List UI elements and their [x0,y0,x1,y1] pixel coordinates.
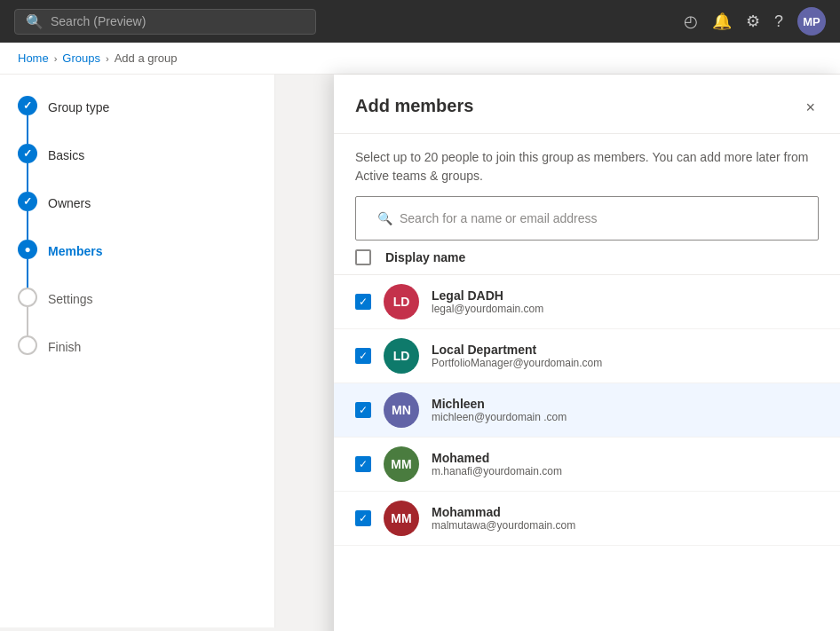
table-row[interactable]: ✓MMMohamedm.hanafi@yourdomain.com [334,438,840,492]
member-email: m.hanafi@yourdomain.com [432,465,562,477]
member-email: legal@yourdomain.com [432,303,543,315]
help-icon[interactable]: ? [774,12,783,31]
member-checkbox[interactable]: ✓ [355,402,371,418]
breadcrumb-sep-1: › [54,53,58,64]
step-circle-0: ✓ [18,96,37,115]
member-email: PortfolioManager@yourdomain.com [432,357,602,369]
panel-search-input[interactable] [400,211,796,225]
step-item-finish: Finish [18,335,257,357]
member-checkbox[interactable]: ✓ [355,294,371,310]
step-circle-4 [18,288,37,307]
main-layout: ✓Group type✓Basics✓Owners●MembersSetting… [0,75,840,627]
member-name: Mohammad [432,505,575,519]
member-name: Mohamed [432,451,562,465]
step-item-members[interactable]: ●Members [18,240,257,288]
breadcrumb-current: Add a group [115,51,178,65]
step-circle-2: ✓ [18,192,37,211]
step-line-3 [27,259,28,288]
topbar-search-input[interactable] [51,14,305,28]
step-item-settings: Settings [18,288,257,335]
settings-icon[interactable]: ⚙ [746,12,760,31]
step-line-1 [27,163,28,192]
step-item-owners[interactable]: ✓Owners [18,192,257,240]
step-label-1: Basics [48,144,84,165]
breadcrumb-home[interactable]: Home [18,51,49,65]
step-line-0 [27,115,28,144]
member-checkbox[interactable]: ✓ [355,510,371,526]
table-row[interactable]: ✓LDLegal DADHlegal@yourdomain.com [334,275,840,329]
message-icon[interactable]: ◴ [684,12,698,31]
panel-search-icon: 🔍 [377,211,392,225]
breadcrumb: Home › Groups › Add a group [0,43,840,75]
member-list: ✓LDLegal DADHlegal@yourdomain.com✓LDLoca… [334,275,840,631]
step-circle-5 [18,335,37,355]
table-row[interactable]: ✓LDLocal DepartmentPortfolioManager@your… [334,329,840,383]
breadcrumb-sep-2: › [106,53,109,64]
user-avatar[interactable]: MP [797,7,826,35]
topbar: 🔍 ◴ 🔔 ⚙ ? MP [0,0,840,43]
topbar-icons: ◴ 🔔 ⚙ ? MP [684,7,826,35]
member-info: Mohamedm.hanafi@yourdomain.com [432,451,562,477]
member-info: Michleenmichleen@yourdomain .com [432,397,567,423]
panel-description: Select up to 20 people to join this grou… [334,134,840,185]
panel-title: Add members [355,96,473,116]
avatar: LD [384,284,419,319]
step-label-2: Owners [48,192,91,213]
step-list: ✓Group type✓Basics✓Owners●MembersSetting… [18,96,257,357]
panel-header: Add members × [334,75,840,134]
breadcrumb-groups[interactable]: Groups [62,51,100,65]
step-circle-1: ✓ [18,144,37,163]
member-list-header: Display name [334,241,840,275]
step-label-0: Group type [48,96,109,117]
step-line-4 [27,307,28,335]
close-button[interactable]: × [802,96,819,119]
avatar: MM [384,446,419,482]
avatar: MM [384,501,419,536]
sidebar: ✓Group type✓Basics✓Owners●MembersSetting… [0,75,275,627]
member-email: michleen@yourdomain .com [432,411,567,423]
member-info: Legal DADHlegal@yourdomain.com [432,288,543,315]
step-line-2 [27,211,28,240]
table-row[interactable]: ✓MNMichleenmichleen@yourdomain .com [334,383,840,438]
avatar: MN [384,392,419,428]
display-name-header: Display name [385,250,465,264]
member-name: Michleen [432,397,567,411]
add-members-panel: Add members × Select up to 20 people to … [334,75,840,631]
topbar-search-box[interactable]: 🔍 [14,9,316,35]
member-checkbox[interactable]: ✓ [355,348,371,364]
step-label-4: Settings [48,288,93,309]
step-label-5: Finish [48,335,81,357]
step-label-3: Members [48,240,102,261]
select-all-checkbox[interactable] [355,249,371,265]
avatar: LD [384,338,419,374]
step-item-group-type[interactable]: ✓Group type [18,96,257,144]
member-email: malmutawa@yourdomain.com [432,519,575,532]
member-name: Legal DADH [432,288,543,303]
member-info: Local DepartmentPortfolioManager@yourdom… [432,343,602,369]
bell-icon[interactable]: 🔔 [712,12,732,31]
search-icon: 🔍 [26,13,44,30]
member-checkbox[interactable]: ✓ [355,456,371,472]
panel-search-box[interactable]: 🔍 [355,196,819,241]
table-row[interactable]: ✓MMMohammadmalmutawa@yourdomain.com [334,492,840,546]
member-name: Local Department [432,343,602,357]
step-item-basics[interactable]: ✓Basics [18,144,257,192]
step-circle-3: ● [18,240,37,259]
member-info: Mohammadmalmutawa@yourdomain.com [432,505,575,532]
